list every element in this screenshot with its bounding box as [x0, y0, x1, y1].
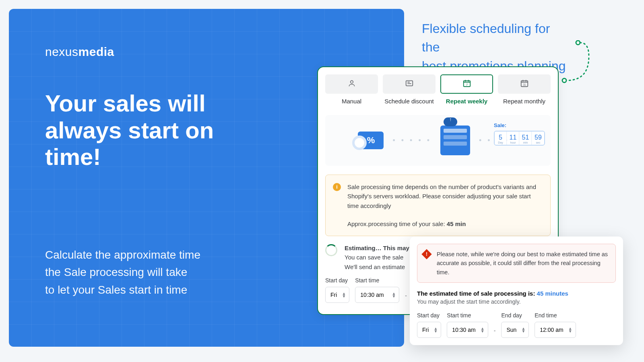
svg-point-2 [350, 80, 353, 83]
start-time-label: Start time [355, 277, 399, 284]
start-time-label: Start time [447, 312, 488, 319]
cloud-upload-icon [444, 117, 457, 126]
estimate-hint: You may adjust the start time accordingl… [417, 298, 616, 305]
stepper-icon: ▲▼ [342, 292, 346, 298]
tab-repeat-weekly[interactable]: 7 Repeat weekly [440, 74, 493, 105]
warning-icon [421, 249, 431, 259]
stepper-icon: ▲▼ [481, 327, 485, 333]
tab-manual[interactable]: Manual [325, 74, 378, 105]
end-day-label: End day [501, 312, 529, 319]
start-time-select[interactable]: 10:30 am ▲▼ [447, 322, 488, 338]
start-day-select[interactable]: Fri ▲▼ [325, 287, 349, 303]
server-icon [440, 125, 470, 155]
tab-label: Manual [325, 98, 378, 105]
brand-logo: nexusmedia [45, 45, 404, 59]
range-dash: - [494, 327, 496, 338]
stepper-icon: ▲▼ [521, 327, 525, 333]
svg-point-1 [562, 78, 566, 82]
estimate-line: The estimated time of sale processing is… [417, 290, 616, 297]
hero-subtext: Calculate the approximate time the Sale … [45, 246, 200, 298]
processing-time-banner: i Sale processing time depends on the nu… [325, 175, 551, 236]
countdown: Sale: 5Day 11hour 51min 59sec [494, 122, 545, 146]
info-icon: i [333, 183, 341, 191]
tab-repeat-monthly[interactable]: 31 Repeat monthly [498, 74, 551, 105]
brand-bold: media [78, 45, 114, 58]
approx-line: Approx.processing time of your sale: 45 … [347, 219, 543, 228]
tab-label: Repeat weekly [440, 98, 493, 105]
stepper-icon: ▲▼ [433, 327, 438, 333]
range-dash: - [405, 292, 407, 303]
discount-tag-icon: % [358, 132, 384, 149]
start-time-select[interactable]: 10:30 am ▲▼ [355, 287, 399, 303]
calendar-month-icon: 31 [520, 79, 529, 89]
brand-prefix: nexus [45, 45, 78, 58]
tab-label: Repeat monthly [498, 98, 551, 105]
headline: Your sales will always start on time! [45, 90, 270, 171]
tab-label: Schedule discount [383, 98, 436, 105]
calendar-week-icon: 7 [462, 79, 471, 89]
countdown-title: Sale: [494, 122, 545, 128]
banner-text: Sale processing time depends on the numb… [347, 182, 543, 210]
start-day-select[interactable]: Fri ▲▼ [417, 322, 441, 338]
start-day-label: Start day [417, 312, 441, 319]
end-day-select[interactable]: Sun ▲▼ [501, 322, 529, 338]
end-time-label: End time [535, 312, 576, 319]
spinner-icon [325, 244, 337, 256]
tab-schedule-discount[interactable]: Schedule discount [383, 74, 436, 105]
tag-icon [405, 79, 414, 89]
svg-text:7: 7 [466, 83, 467, 86]
stepper-icon: ▲▼ [392, 292, 396, 298]
svg-text:31: 31 [523, 83, 526, 86]
accuracy-alert: Please note, while we're doing our best … [417, 244, 616, 283]
dots-icon: • • • • • [392, 136, 431, 145]
dotted-arrow-icon [559, 40, 591, 97]
popup-schedule-row: Start day Fri ▲▼ Start time 10:30 am ▲▼ … [417, 312, 616, 338]
schedule-tabs: Manual Schedule discount 7 Repeat weekly… [325, 74, 551, 105]
flow-illustration: % • • • • • • • • • • Sale: 5Day 11hour … [325, 115, 551, 166]
start-day-label: Start day [325, 277, 349, 284]
estimate-popup: Please note, while we're doing our best … [410, 237, 623, 345]
end-time-select[interactable]: 12:00 am ▲▼ [535, 322, 576, 338]
stepper-icon: ▲▼ [568, 327, 572, 333]
person-icon [348, 79, 356, 89]
